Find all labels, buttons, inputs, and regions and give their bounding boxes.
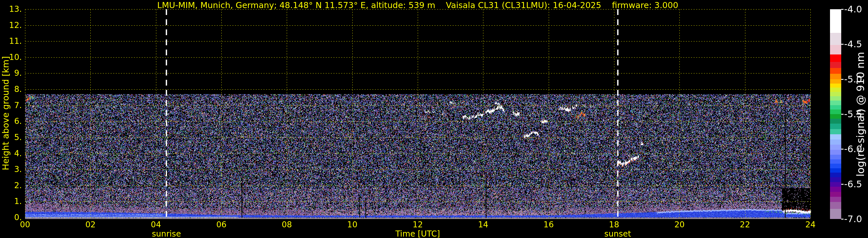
colorbar-tick-mark xyxy=(841,44,843,44)
colorbar-segment xyxy=(830,150,841,155)
colorbar-segment xyxy=(830,33,841,45)
colorbar-segment xyxy=(830,105,841,110)
plot-title: LMU-MIM, Munich, Germany; 48.148° N 11.5… xyxy=(25,0,810,10)
y-tick-label: 7. xyxy=(0,101,22,110)
colorbar-segment xyxy=(830,88,841,92)
y-tick-label: 9. xyxy=(0,68,22,78)
colorbar-segment xyxy=(830,119,841,124)
y-tick-label: 4. xyxy=(0,149,22,158)
y-tick-label: 6. xyxy=(0,117,22,126)
colorbar-segment xyxy=(830,114,841,119)
y-tick-label: 0. xyxy=(0,213,22,222)
colorbar-segment xyxy=(830,192,841,197)
colorbar-segment xyxy=(830,187,841,191)
ceilometer-quicklook-page: { "title": "LMU-MIM, Munich, Germany; 48… xyxy=(0,0,868,238)
x-tick-label: 16 xyxy=(544,220,554,229)
y-tick-label: 11. xyxy=(0,37,22,46)
x-tick-label: 04 xyxy=(151,220,161,229)
colorbar-tick-mark xyxy=(841,149,843,150)
sunset-label: sunset xyxy=(604,229,631,238)
colorbar-segment xyxy=(830,129,841,134)
colorbar-tick-label: -7.0 xyxy=(844,213,862,225)
x-tick-label: 02 xyxy=(86,220,96,229)
colorbar-segment xyxy=(830,62,841,68)
colorbar-segment xyxy=(830,182,841,187)
x-tick-label: 20 xyxy=(675,220,685,229)
x-tick-label: 00 xyxy=(20,220,30,229)
colorbar-segment xyxy=(830,155,841,159)
x-tick-label: 12 xyxy=(412,220,423,229)
colorbar-tick-mark xyxy=(841,184,843,185)
colorbar-segment xyxy=(830,124,841,129)
colorbar-segment xyxy=(830,84,841,88)
colorbar-segment xyxy=(830,55,841,62)
x-axis-label: Time [UTC] xyxy=(396,229,440,238)
colorbar-segment xyxy=(830,110,841,114)
y-tick-label: 3. xyxy=(0,165,22,174)
x-tick-label: 18 xyxy=(609,220,619,229)
colorbar-segment xyxy=(830,145,841,150)
colorbar-segment xyxy=(830,168,841,173)
y-tick-label: 8. xyxy=(0,85,22,94)
y-tick-label: 13. xyxy=(0,5,22,14)
colorbar-segment xyxy=(830,45,841,55)
y-tick-label: 12. xyxy=(0,21,22,30)
colorbar-segment xyxy=(830,163,841,168)
colorbar-segment xyxy=(830,140,841,145)
colorbar-tick-label: -4.0 xyxy=(844,4,862,15)
colorbar-segment xyxy=(830,197,841,202)
colorbar-segment xyxy=(830,9,841,33)
plot-canvas xyxy=(0,0,868,238)
x-tick-label: 24 xyxy=(805,220,816,229)
colorbar-segment xyxy=(830,173,841,177)
y-tick-label: 10. xyxy=(0,53,22,62)
colorbar-segment xyxy=(830,100,841,105)
colorbar-axis-label: log(rc-signal) @ 910 nm xyxy=(855,29,866,199)
colorbar-segment xyxy=(830,209,841,219)
x-tick-label: 06 xyxy=(216,220,226,229)
colorbar-tick-mark xyxy=(841,219,843,219)
sunrise-label: sunrise xyxy=(152,229,181,238)
colorbar-segment xyxy=(830,92,841,96)
colorbar-segment xyxy=(830,159,841,163)
y-tick-label: 1. xyxy=(0,197,22,206)
y-tick-label: 5. xyxy=(0,133,22,142)
x-tick-label: 22 xyxy=(740,220,750,229)
colorbar-segment xyxy=(830,74,841,79)
colorbar-tick-mark xyxy=(841,9,843,10)
colorbar-segment xyxy=(830,134,841,140)
x-tick-label: 14 xyxy=(478,220,489,229)
x-tick-label: 10 xyxy=(347,220,358,229)
colorbar-segment xyxy=(830,96,841,100)
y-tick-label: 2. xyxy=(0,181,22,190)
colorbar xyxy=(830,9,841,219)
x-tick-label: 08 xyxy=(282,220,292,229)
colorbar-segment xyxy=(830,79,841,83)
colorbar-segment xyxy=(830,202,841,209)
colorbar-tick-mark xyxy=(841,114,843,115)
colorbar-segment xyxy=(830,177,841,182)
colorbar-segment xyxy=(830,68,841,74)
colorbar-tick-mark xyxy=(841,79,843,80)
